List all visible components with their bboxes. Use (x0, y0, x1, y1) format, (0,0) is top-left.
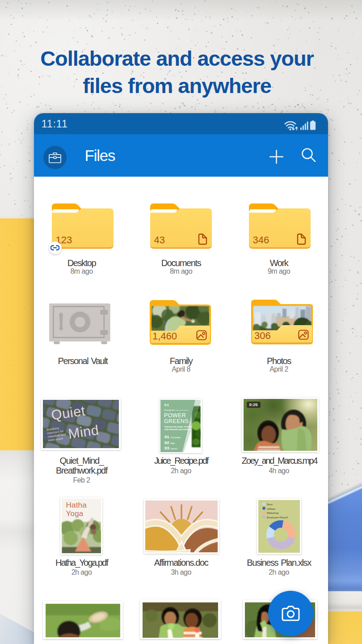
svg-text:Marketing: Marketing (267, 512, 278, 514)
svg-text:306: 306 (254, 330, 271, 341)
svg-text:Employee Payroll: Employee Payroll (267, 516, 288, 518)
svg-text:1,460: 1,460 (152, 330, 177, 342)
svg-text:Utilities: Utilities (267, 507, 275, 510)
svg-text:346: 346 (253, 234, 269, 246)
svg-text:Rent: Rent (267, 503, 273, 506)
svg-text:43: 43 (154, 234, 165, 246)
